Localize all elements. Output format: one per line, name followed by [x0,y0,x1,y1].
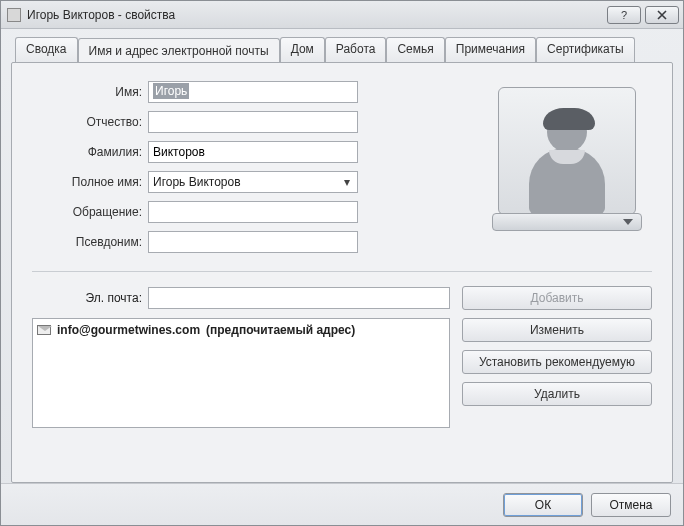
name-form: Имя: Игорь Отчество: Фамилия: Полное имя… [32,81,358,253]
last-name-input[interactable] [148,141,358,163]
first-name-label: Имя: [32,85,142,99]
nickname-input[interactable] [148,231,358,253]
first-name-input[interactable]: Игорь [148,81,358,103]
tab-name-email[interactable]: Имя и адрес электронной почты [78,38,280,64]
person-icon [517,104,617,214]
delete-email-button[interactable]: Удалить [462,382,652,406]
last-name-label: Фамилия: [32,145,142,159]
avatar-frame[interactable] [492,81,642,231]
tab-panel: Имя: Игорь Отчество: Фамилия: Полное имя… [11,62,673,483]
email-input[interactable] [148,287,450,309]
tab-work[interactable]: Работа [325,37,387,63]
add-email-button[interactable]: Добавить [462,286,652,310]
middle-name-input[interactable] [148,111,358,133]
avatar-image [498,87,636,215]
tab-certificates[interactable]: Сертификаты [536,37,635,63]
avatar-menu-button[interactable] [492,213,642,231]
email-label: Эл. почта: [32,291,142,305]
list-item[interactable]: info@gourmetwines.com (предпочитаемый ад… [37,323,445,337]
client-area: Сводка Имя и адрес электронной почты Дом… [1,29,683,483]
divider [32,271,652,272]
dialog-footer: ОК Отмена [1,483,683,525]
tab-home[interactable]: Дом [280,37,325,63]
envelope-icon [37,325,51,335]
close-button[interactable] [645,6,679,24]
properties-dialog: Игорь Викторов - свойства ? Сводка Имя и… [0,0,684,526]
title-label: Обращение: [32,205,142,219]
full-name-label: Полное имя: [32,175,142,189]
cancel-button[interactable]: Отмена [591,493,671,517]
nickname-label: Псевдоним: [32,235,142,249]
tab-notes[interactable]: Примечания [445,37,536,63]
full-name-value: Игорь Викторов [153,175,339,189]
titlebar[interactable]: Игорь Викторов - свойства ? [1,1,683,29]
window-title: Игорь Викторов - свойства [27,8,607,22]
tab-summary[interactable]: Сводка [15,37,78,63]
tab-family[interactable]: Семья [386,37,444,63]
set-default-email-button[interactable]: Установить рекомендуемую [462,350,652,374]
first-name-value: Игорь [153,83,189,99]
full-name-combo[interactable]: Игорь Викторов ▾ [148,171,358,193]
ok-button[interactable]: ОК [503,493,583,517]
chevron-down-icon: ▾ [339,175,355,189]
email-suffix: (предпочитаемый адрес) [206,323,355,337]
help-button[interactable]: ? [607,6,641,24]
edit-email-button[interactable]: Изменить [462,318,652,342]
email-listbox[interactable]: info@gourmetwines.com (предпочитаемый ад… [32,318,450,428]
chevron-down-icon [623,219,633,225]
title-input[interactable] [148,201,358,223]
window-icon [7,8,21,22]
middle-name-label: Отчество: [32,115,142,129]
email-address: info@gourmetwines.com [57,323,200,337]
tabstrip: Сводка Имя и адрес электронной почты Дом… [11,37,673,63]
